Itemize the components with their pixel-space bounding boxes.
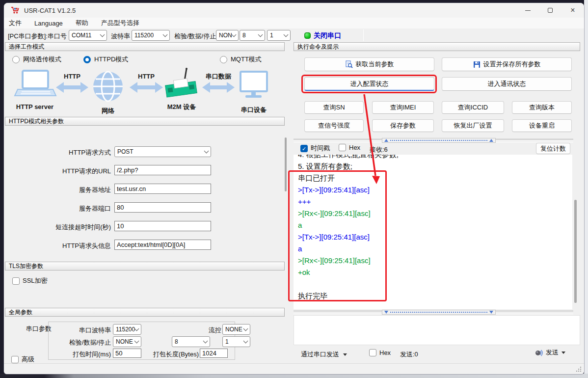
httpd-params-header: HTTPD模式相关参数	[5, 117, 285, 126]
log-line: +ok	[298, 267, 572, 278]
maximize-button[interactable]	[539, 3, 561, 18]
reset-counter-button[interactable]: 复位计数	[536, 143, 570, 154]
collapse-down-icon	[384, 311, 388, 314]
server-address-input[interactable]	[114, 184, 211, 194]
collapse-up-icon	[489, 139, 493, 142]
node-label: 串口设备	[241, 106, 267, 113]
send-splitter[interactable]	[294, 311, 573, 314]
chevron-down-icon	[243, 339, 248, 344]
radio-icon	[220, 56, 227, 63]
set-save-all-params-button[interactable]: 设置并保存所有参数	[442, 57, 572, 71]
collapse-up-icon	[384, 139, 388, 142]
factory-reset-button[interactable]: 恢复出厂设置	[442, 119, 504, 132]
tls-params-header: TLS加密参数	[5, 262, 285, 270]
stopbits-select[interactable]: 1	[267, 30, 291, 41]
log-hex-checkbox[interactable]: Hex	[339, 144, 360, 151]
log-splitter[interactable]	[294, 139, 573, 142]
radio-icon	[12, 56, 20, 63]
advanced-checkbox[interactable]: 高级	[11, 355, 34, 364]
baud-select[interactable]: 115200	[132, 30, 170, 41]
send-via-serial-dropdown[interactable]: 通过串口发送	[301, 350, 347, 359]
device-restart-button[interactable]: 设备重启	[512, 119, 572, 132]
link-label: 串口数据	[206, 73, 232, 80]
flow-control-select[interactable]: NONE	[222, 324, 250, 335]
chevron-down-icon	[204, 149, 209, 154]
node-label: M2M 设备	[167, 103, 197, 110]
query-iccid-button[interactable]: 查询ICCID	[442, 101, 504, 114]
query-signal-button[interactable]: 查信号强度	[304, 119, 364, 132]
com-port-select[interactable]: COM11	[69, 30, 107, 41]
send-input-area[interactable]	[294, 315, 580, 345]
double-arrow-icon	[202, 82, 235, 93]
global-stopbits-select[interactable]: 1	[222, 336, 250, 347]
global-baud-select[interactable]: 115200	[113, 324, 141, 335]
server-port-input[interactable]	[114, 202, 211, 213]
serial-toolbar: [PC串口参数]:串口号 COM11 波特率 115200 检验/数据/停止 N…	[4, 28, 584, 42]
timestamp-checkbox[interactable]: ✓ 时间戳	[300, 144, 330, 153]
databits-select[interactable]: 8	[240, 30, 265, 41]
splitter-handle[interactable]	[382, 310, 496, 315]
splitter-dots	[390, 312, 487, 313]
m2m-module-icon	[165, 68, 197, 97]
desktop-bottom-strip	[0, 374, 588, 378]
baud-label: 波特率	[111, 32, 130, 41]
menu-language[interactable]: Language	[34, 20, 63, 27]
http-url-label: HTTP请求的URL	[4, 167, 111, 176]
close-serial-button[interactable]: 关闭串口	[314, 31, 341, 40]
splitter-handle[interactable]	[382, 138, 496, 143]
chevron-down-icon	[203, 339, 208, 344]
global-databits-select[interactable]: 8	[172, 336, 210, 347]
http-method-select[interactable]: POST	[114, 146, 211, 157]
enter-config-state-button[interactable]: 进入配置状态	[304, 77, 434, 91]
chevron-down-icon	[163, 32, 168, 37]
http-url-input[interactable]	[114, 165, 211, 175]
checkbox-icon	[12, 277, 20, 285]
minimize-button[interactable]	[516, 3, 539, 18]
log-scrollbar[interactable]	[574, 200, 577, 303]
log-line: >[Tx->][09:25:41][asc]	[298, 184, 572, 196]
receive-counter: 接收:6	[370, 145, 388, 154]
chevron-down-icon	[134, 326, 139, 331]
serial-device-icon	[241, 72, 267, 98]
global-parity-select[interactable]: NONE	[113, 336, 141, 347]
http-header-input[interactable]	[114, 240, 211, 250]
httpd-mode-diagram: HTTP HTTP 串口数据 HTTP server 网络 M2M 设备 串口设…	[4, 68, 285, 117]
chevron-down-icon	[232, 32, 237, 37]
query-sn-button[interactable]: 查询SN	[304, 101, 364, 114]
pack-length-input[interactable]	[200, 349, 228, 358]
left-panel-scrollbar[interactable]	[285, 137, 287, 191]
status-bar	[4, 363, 584, 374]
parity-select[interactable]: NONI	[216, 30, 239, 41]
save-params-button[interactable]: 保存参数	[372, 119, 434, 132]
query-version-button[interactable]: 查询版本	[512, 101, 572, 114]
send-hex-checkbox[interactable]: Hex	[369, 349, 391, 356]
mode-option-httpd[interactable]: HTTPD模式	[83, 55, 128, 64]
log-output[interactable]: 4. 根据工作模式,配置相关参数; 5. 设置所有参数; 串口已打开 >[Tx-…	[294, 155, 572, 309]
log-line: 5. 设置所有参数;	[298, 161, 572, 172]
enter-comm-state-button[interactable]: 进入通讯状态	[442, 77, 572, 91]
minimize-icon	[525, 10, 531, 11]
chevron-down-icon	[284, 32, 289, 37]
mode-option-transparent[interactable]: 网络透传模式	[12, 55, 61, 64]
menu-help[interactable]: 帮助	[76, 19, 88, 27]
link-label: HTTP	[64, 73, 80, 80]
send-button[interactable]: 发送	[535, 348, 565, 357]
floppy-icon	[473, 61, 481, 68]
menu-file[interactable]: 文件	[9, 19, 22, 27]
get-params-button[interactable]: 获取当前参数	[304, 57, 434, 71]
log-line: >[Tx->][09:25:41][asc]	[298, 231, 572, 243]
query-imei-button[interactable]: 查询IMEI	[372, 101, 434, 114]
ssl-checkbox[interactable]: SSL加密	[12, 276, 48, 285]
mode-option-mqtt[interactable]: MQTT模式	[220, 55, 262, 64]
work-mode-header: 选择工作模式	[5, 42, 285, 51]
timeout-label: 短连接超时时间(秒)	[4, 223, 111, 232]
log-line: >[Rx<-][09:25:41][asc]	[298, 208, 572, 219]
timeout-input[interactable]	[114, 221, 211, 231]
log-line: a	[298, 219, 572, 231]
global-baud-label: 串口波特率	[4, 326, 111, 335]
menu-product-model[interactable]: 产品型号选择	[101, 19, 139, 27]
resize-grip[interactable]	[575, 366, 581, 372]
double-arrow-icon	[130, 82, 163, 93]
log-line: 执行完毕	[298, 290, 572, 302]
close-button[interactable]: ×	[561, 3, 584, 18]
